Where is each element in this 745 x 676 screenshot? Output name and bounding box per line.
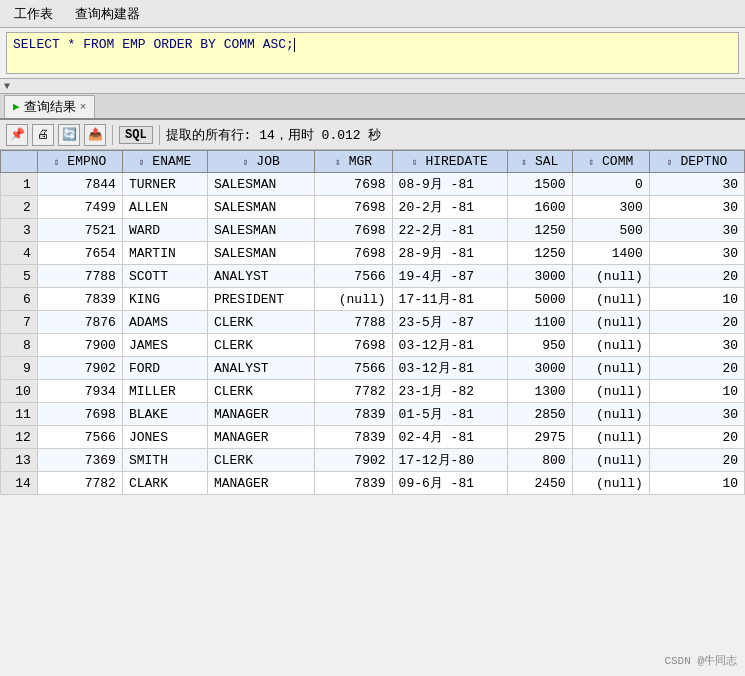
cell-ename: JAMES — [122, 334, 207, 357]
row-number: 14 — [1, 472, 38, 495]
print-button[interactable]: 🖨 — [32, 124, 54, 146]
cell-ename: CLARK — [122, 472, 207, 495]
pin-button[interactable]: 📌 — [6, 124, 28, 146]
cell-deptno: 10 — [649, 380, 744, 403]
col-header-empno[interactable]: ⇕ EMPNO — [37, 151, 122, 173]
cell-deptno: 30 — [649, 242, 744, 265]
result-table-container[interactable]: ⇕ EMPNO ⇕ ENAME ⇕ JOB ⇕ MGR ⇕ HIREDATE ⇕… — [0, 150, 745, 495]
cell-ename: JONES — [122, 426, 207, 449]
cell-comm: 0 — [572, 173, 649, 196]
cell-hiredate: 01-5月 -81 — [392, 403, 507, 426]
table-row: 127566JONESMANAGER783902-4月 -812975(null… — [1, 426, 745, 449]
cell-mgr: 7698 — [315, 173, 392, 196]
table-row: 107934MILLERCLERK778223-1月 -821300(null)… — [1, 380, 745, 403]
cell-comm: (null) — [572, 357, 649, 380]
table-row: 37521WARDSALESMAN769822-2月 -81125050030 — [1, 219, 745, 242]
cell-mgr: 7782 — [315, 380, 392, 403]
result-tab-label: 查询结果 — [24, 98, 76, 116]
close-tab-icon[interactable]: × — [80, 101, 87, 113]
cell-comm: (null) — [572, 265, 649, 288]
cursor — [294, 38, 295, 52]
toolbar-worksheet[interactable]: 工作表 — [4, 3, 63, 25]
cell-mgr: 7698 — [315, 219, 392, 242]
row-number: 3 — [1, 219, 38, 242]
cell-job: CLERK — [207, 311, 314, 334]
cell-sal: 3000 — [507, 357, 572, 380]
row-number: 4 — [1, 242, 38, 265]
cell-comm: (null) — [572, 426, 649, 449]
cell-hiredate: 28-9月 -81 — [392, 242, 507, 265]
row-number: 1 — [1, 173, 38, 196]
sql-editor[interactable]: SELECT * FROM EMP ORDER BY COMM ASC; — [6, 32, 739, 74]
cell-comm: (null) — [572, 449, 649, 472]
cell-job: CLERK — [207, 380, 314, 403]
cell-mgr: 7839 — [315, 472, 392, 495]
col-header-rownum — [1, 151, 38, 173]
row-number: 8 — [1, 334, 38, 357]
expand-arrow[interactable]: ▼ — [0, 78, 745, 94]
cell-deptno: 20 — [649, 311, 744, 334]
cell-hiredate: 17-11月-81 — [392, 288, 507, 311]
col-header-ename[interactable]: ⇕ ENAME — [122, 151, 207, 173]
cell-empno: 7788 — [37, 265, 122, 288]
cell-comm: (null) — [572, 403, 649, 426]
table-row: 77876ADAMSCLERK778823-5月 -871100(null)20 — [1, 311, 745, 334]
col-header-mgr[interactable]: ⇕ MGR — [315, 151, 392, 173]
cell-empno: 7782 — [37, 472, 122, 495]
table-row: 67839KINGPRESIDENT(null)17-11月-815000(nu… — [1, 288, 745, 311]
cell-comm: (null) — [572, 380, 649, 403]
export-button[interactable]: 📤 — [84, 124, 106, 146]
row-number: 11 — [1, 403, 38, 426]
row-number: 12 — [1, 426, 38, 449]
cell-sal: 800 — [507, 449, 572, 472]
cell-ename: SMITH — [122, 449, 207, 472]
cell-empno: 7654 — [37, 242, 122, 265]
cell-sal: 950 — [507, 334, 572, 357]
table-row: 117698BLAKEMANAGER783901-5月 -812850(null… — [1, 403, 745, 426]
cell-deptno: 10 — [649, 472, 744, 495]
cell-hiredate: 22-2月 -81 — [392, 219, 507, 242]
table-row: 47654MARTINSALESMAN769828-9月 -8112501400… — [1, 242, 745, 265]
cell-job: PRESIDENT — [207, 288, 314, 311]
col-header-deptno[interactable]: ⇕ DEPTNO — [649, 151, 744, 173]
cell-sal: 2450 — [507, 472, 572, 495]
down-arrow-icon: ▼ — [4, 81, 10, 92]
row-number: 6 — [1, 288, 38, 311]
cell-empno: 7844 — [37, 173, 122, 196]
cell-deptno: 20 — [649, 449, 744, 472]
play-icon: ▶ — [13, 100, 20, 113]
cell-comm: (null) — [572, 472, 649, 495]
sql-text: SELECT * FROM EMP ORDER BY COMM ASC; — [13, 37, 294, 52]
col-header-job[interactable]: ⇕ JOB — [207, 151, 314, 173]
cell-mgr: 7839 — [315, 403, 392, 426]
cell-job: MANAGER — [207, 426, 314, 449]
cell-job: MANAGER — [207, 403, 314, 426]
cell-empno: 7369 — [37, 449, 122, 472]
cell-deptno: 30 — [649, 173, 744, 196]
cell-job: SALESMAN — [207, 219, 314, 242]
col-header-sal[interactable]: ⇕ SAL — [507, 151, 572, 173]
result-tab[interactable]: ▶ 查询结果 × — [4, 95, 95, 118]
cell-comm: (null) — [572, 288, 649, 311]
cell-mgr: 7698 — [315, 196, 392, 219]
cell-ename: MILLER — [122, 380, 207, 403]
cell-hiredate: 09-6月 -81 — [392, 472, 507, 495]
top-toolbar: 工作表 查询构建器 — [0, 0, 745, 28]
refresh-button[interactable]: 🔄 — [58, 124, 80, 146]
cell-mgr: 7698 — [315, 334, 392, 357]
cell-ename: FORD — [122, 357, 207, 380]
cell-job: SALESMAN — [207, 196, 314, 219]
cell-job: ANALYST — [207, 265, 314, 288]
cell-deptno: 20 — [649, 426, 744, 449]
cell-empno: 7499 — [37, 196, 122, 219]
cell-ename: ALLEN — [122, 196, 207, 219]
col-header-hiredate[interactable]: ⇕ HIREDATE — [392, 151, 507, 173]
cell-deptno: 30 — [649, 219, 744, 242]
cell-hiredate: 03-12月-81 — [392, 334, 507, 357]
cell-empno: 7934 — [37, 380, 122, 403]
col-header-comm[interactable]: ⇕ COMM — [572, 151, 649, 173]
toolbar-query-builder[interactable]: 查询构建器 — [65, 3, 150, 25]
cell-comm: 500 — [572, 219, 649, 242]
result-tabbar: ▶ 查询结果 × — [0, 94, 745, 120]
row-number: 7 — [1, 311, 38, 334]
